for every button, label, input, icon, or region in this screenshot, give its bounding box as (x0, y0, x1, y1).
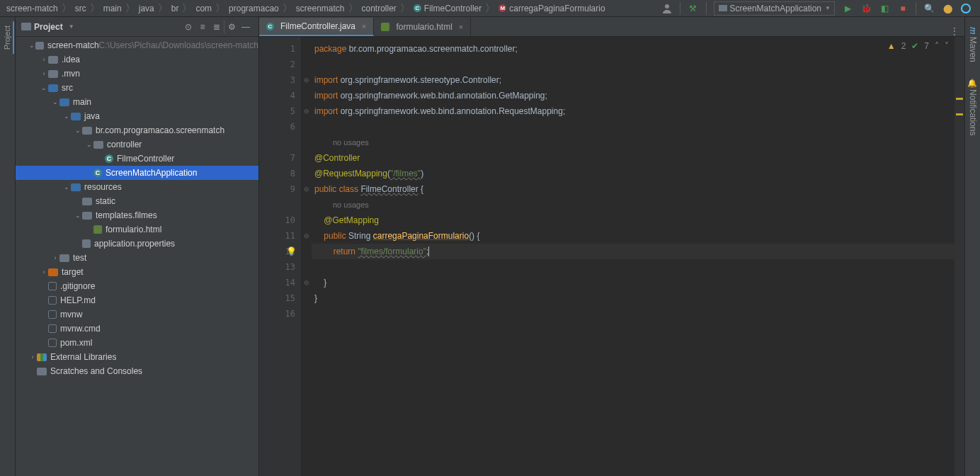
code-line[interactable]: } (312, 290, 955, 306)
code-line[interactable]: @RequestMapping("/filmes") (312, 166, 955, 181)
tree-item[interactable]: ›.idea (16, 52, 258, 67)
line-number[interactable]: 12💡 (259, 244, 301, 259)
coverage-icon[interactable]: ◧ (879, 3, 890, 14)
breadcrumb-item[interactable]: screen-match (3, 4, 62, 13)
tree-arrow-icon[interactable]: ⌄ (28, 42, 35, 49)
fold-toggle[interactable] (302, 212, 312, 228)
run-config-select[interactable]: ScreenMatchApplication (714, 1, 835, 16)
code-line[interactable]: public class FilmeController { (312, 181, 955, 197)
project-tool-tab[interactable]: Project (1, 21, 14, 54)
updates-icon[interactable]: ⬤ (942, 3, 953, 14)
fold-toggle[interactable] (302, 244, 312, 259)
breadcrumb-item[interactable]: br (168, 4, 183, 13)
line-number[interactable]: 14 (259, 275, 301, 290)
code-line[interactable]: import org.springframework.web.bind.anno… (312, 88, 955, 103)
tree-item[interactable]: .gitignore (16, 279, 258, 293)
fold-toggle[interactable]: ⊖ (302, 228, 312, 244)
tree-arrow-icon[interactable]: › (51, 254, 59, 261)
code-line[interactable]: return "filmes/formulario"; (312, 244, 955, 259)
breadcrumb-item[interactable]: McarregaPaginaFormulario (495, 4, 608, 13)
code-line[interactable] (312, 57, 955, 72)
tree-item[interactable]: HELP.md (16, 293, 258, 307)
breadcrumb-item[interactable]: main (100, 4, 125, 13)
fold-toggle[interactable]: ⊖ (302, 275, 312, 290)
notifications-tool-tab[interactable]: 🔔 Notifications (967, 74, 979, 140)
error-stripe[interactable] (955, 37, 964, 476)
breadcrumb-item[interactable]: CFilmeController (410, 4, 485, 13)
tree-arrow-icon[interactable]: ⌄ (85, 141, 93, 148)
stripe-mark[interactable] (956, 98, 963, 100)
breadcrumb-item[interactable]: com (192, 4, 215, 13)
fold-toggle[interactable] (302, 135, 312, 150)
breadcrumb-item[interactable]: java (135, 4, 158, 13)
code-line[interactable]: import org.springframework.web.bind.anno… (312, 103, 955, 119)
stop-icon[interactable]: ■ (897, 3, 908, 14)
debug-icon[interactable]: 🐞 (860, 3, 872, 14)
collapse-all-icon[interactable]: ≣ (210, 20, 224, 34)
gear-icon[interactable]: ⚙ (224, 20, 239, 34)
fold-toggle[interactable]: ⊖ (302, 181, 312, 197)
tree-item[interactable]: CFilmeController (16, 152, 258, 166)
code-line[interactable]: } (312, 275, 955, 290)
code-line[interactable]: import org.springframework.stereotype.Co… (312, 72, 955, 88)
line-number[interactable]: 6 (259, 119, 301, 135)
line-number[interactable] (259, 135, 301, 150)
line-number[interactable]: 3 (259, 72, 301, 88)
line-number[interactable]: 7 (259, 150, 301, 166)
tree-item[interactable]: ⌄src (16, 81, 258, 95)
editor-tab[interactable]: formulario.html× (374, 18, 471, 36)
search-icon[interactable]: 🔍 (923, 3, 935, 14)
tree-item[interactable]: CScreenMatchApplication (16, 166, 258, 180)
line-number[interactable]: 1 (259, 41, 301, 57)
breadcrumb-item[interactable]: programacao (225, 4, 283, 13)
tree-item[interactable]: mvnw.cmd (16, 322, 258, 336)
intention-bulb-icon[interactable]: 💡 (286, 246, 297, 256)
line-number[interactable]: 16 (259, 306, 301, 322)
code-line[interactable]: @GetMapping (312, 212, 955, 228)
tree-item[interactable]: ›External Libraries (16, 350, 258, 364)
ide-icon[interactable] (960, 3, 972, 14)
tree-item[interactable]: mvnw (16, 307, 258, 322)
tree-arrow-icon[interactable]: › (40, 56, 48, 63)
code-line[interactable]: package br.com.programacao.screenmatch.c… (312, 41, 955, 57)
editor-tab[interactable]: CFilmeController.java× (259, 18, 374, 36)
project-tree[interactable]: ⌄screen-match C:\Users\Pichau\Downloads\… (16, 37, 258, 476)
tree-item[interactable]: ⌄resources (16, 180, 258, 194)
expand-all-icon[interactable]: ≡ (195, 20, 210, 34)
tree-arrow-icon[interactable]: ⌄ (62, 113, 71, 120)
tab-more-icon[interactable]: ⋮ (945, 26, 964, 36)
tree-item[interactable]: ⌄br.com.programacao.screenmatch (16, 123, 258, 137)
breadcrumb-item[interactable]: src (72, 4, 90, 13)
line-number[interactable]: 15 (259, 290, 301, 306)
fold-gutter[interactable]: ⊖⊖⊖⊖⊖ (302, 37, 312, 476)
line-number[interactable] (259, 197, 301, 212)
line-number[interactable]: 4 (259, 88, 301, 103)
user-icon[interactable] (661, 3, 673, 14)
tree-item[interactable]: application.properties (16, 237, 258, 251)
fold-toggle[interactable] (302, 290, 312, 306)
line-number-gutter[interactable]: 123456789101112💡13141516 (259, 37, 302, 476)
tree-item[interactable]: ⌄controller (16, 137, 258, 152)
fold-toggle[interactable]: ⊖ (302, 103, 312, 119)
tree-item[interactable]: ⌄templates.filmes (16, 208, 258, 222)
fold-toggle[interactable] (302, 57, 312, 72)
close-tab-icon[interactable]: × (459, 23, 463, 31)
tree-arrow-icon[interactable]: › (28, 353, 37, 361)
tree-item[interactable]: ›test (16, 251, 258, 265)
tree-arrow-icon[interactable]: › (40, 70, 48, 77)
tree-item[interactable]: ⌄java (16, 109, 258, 123)
tree-item[interactable]: Scratches and Consoles (16, 364, 258, 378)
code-line[interactable]: @Controller (312, 150, 955, 166)
hammer-build-icon[interactable]: ⚒ (688, 3, 699, 14)
line-number[interactable]: 2 (259, 57, 301, 72)
fold-toggle[interactable] (302, 41, 312, 57)
code-line[interactable] (312, 259, 955, 275)
fold-toggle[interactable] (302, 197, 312, 212)
line-number[interactable]: 13 (259, 259, 301, 275)
line-number[interactable]: 5 (259, 103, 301, 119)
tree-item[interactable]: pom.xml (16, 336, 258, 350)
tree-item[interactable]: ›.mvn (16, 67, 258, 81)
tree-arrow-icon[interactable]: ⌄ (62, 183, 71, 191)
breadcrumb-item[interactable]: screenmatch (292, 4, 348, 13)
tree-item[interactable]: ›target (16, 265, 258, 279)
